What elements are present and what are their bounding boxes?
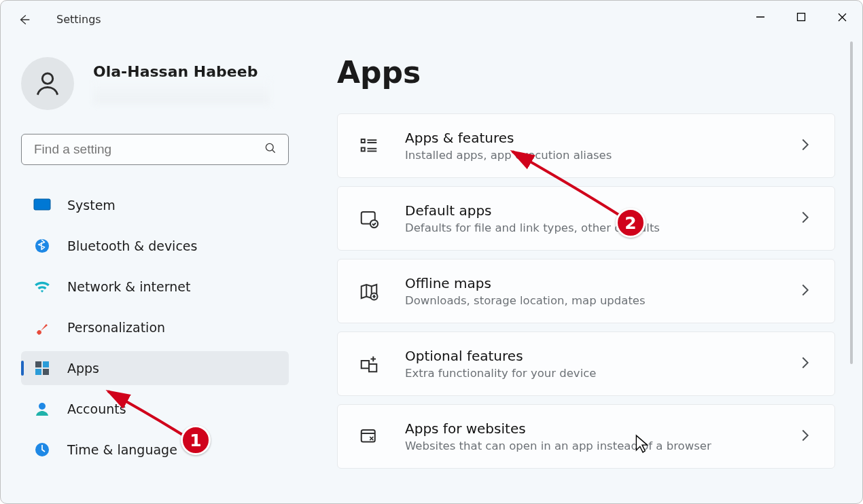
chevron-right-icon (800, 283, 814, 300)
svg-rect-10 (43, 369, 49, 375)
card-title: Apps & features (405, 130, 777, 146)
default-apps-icon (357, 209, 381, 229)
svg-rect-9 (35, 369, 41, 375)
sidebar-item-network[interactable]: Network & internet (21, 270, 289, 304)
svg-rect-1 (798, 14, 805, 21)
main: Apps Apps & features Installed apps, app… (300, 38, 862, 503)
sidebar-item-bluetooth[interactable]: Bluetooth & devices (21, 229, 289, 263)
sidebar-item-personalization[interactable]: Personalization (21, 310, 289, 344)
card-sub: Websites that can open in an app instead… (405, 439, 777, 452)
sidebar-item-label: Bluetooth & devices (67, 238, 197, 253)
apps-icon (33, 359, 51, 377)
svg-point-11 (39, 403, 46, 410)
clock-globe-icon (33, 441, 51, 458)
sidebar-item-apps[interactable]: Apps (21, 351, 289, 385)
card-sub: Downloads, storage location, map updates (405, 294, 777, 307)
apps-websites-icon (357, 427, 381, 447)
username: Ola-Hassan Habeeb (93, 63, 270, 80)
sidebar-item-label: Time & language (67, 442, 177, 457)
sidebar-item-accounts[interactable]: Accounts (21, 392, 289, 426)
maximize-button[interactable] (781, 1, 822, 33)
card-default-apps[interactable]: Default apps Defaults for file and link … (337, 186, 835, 251)
chevron-right-icon (800, 356, 814, 372)
sidebar-nav: System Bluetooth & devices Network & int… (21, 188, 289, 467)
bluetooth-icon (33, 237, 51, 255)
window-title: Settings (56, 13, 101, 26)
sidebar-item-time[interactable]: Time & language (21, 433, 289, 467)
card-offline-maps[interactable]: Offline maps Downloads, storage location… (337, 259, 835, 323)
sidebar-item-label: Apps (67, 361, 99, 376)
sidebar: Ola-Hassan Habeeb System (1, 38, 300, 503)
card-sub: Defaults for file and link types, other … (405, 221, 777, 234)
list-icon (357, 136, 381, 156)
card-sub: Extra functionality for your device (405, 367, 777, 380)
content: Ola-Hassan Habeeb System (1, 38, 862, 503)
svg-point-3 (266, 143, 273, 151)
system-icon (33, 196, 51, 214)
settings-window: Settings O (0, 0, 863, 504)
svg-rect-22 (362, 361, 369, 368)
sidebar-item-system[interactable]: System (21, 188, 289, 222)
back-button[interactable] (13, 12, 36, 27)
sidebar-item-label: Accounts (67, 401, 126, 416)
card-apps-websites[interactable]: Apps for websites Websites that can open… (337, 404, 835, 469)
card-optional-features[interactable]: Optional features Extra functionality fo… (337, 331, 835, 396)
chevron-right-icon (800, 211, 814, 227)
sidebar-item-label: Network & internet (67, 279, 190, 294)
card-title: Default apps (405, 202, 777, 219)
accounts-icon (33, 400, 51, 418)
brush-icon (33, 319, 51, 336)
avatar (21, 57, 74, 110)
sidebar-item-label: Personalization (67, 320, 165, 335)
card-title: Optional features (405, 348, 777, 364)
card-title: Apps for websites (405, 420, 777, 437)
svg-rect-14 (362, 147, 365, 151)
wifi-icon (33, 278, 51, 295)
titlebar: Settings (1, 1, 862, 38)
card-apps-features[interactable]: Apps & features Installed apps, app exec… (337, 113, 835, 178)
close-button[interactable] (822, 1, 862, 33)
search-icon (264, 141, 277, 158)
optional-features-icon (357, 354, 381, 374)
chevron-right-icon (800, 138, 814, 154)
window-controls (740, 1, 862, 33)
chevron-right-icon (800, 429, 814, 445)
search-box[interactable] (21, 134, 289, 165)
minimize-button[interactable] (740, 1, 781, 33)
svg-rect-13 (362, 139, 365, 143)
card-title: Offline maps (405, 275, 777, 291)
search-input[interactable] (33, 141, 264, 158)
svg-rect-8 (43, 361, 49, 367)
card-sub: Installed apps, app execution aliases (405, 149, 777, 162)
svg-rect-4 (34, 199, 50, 210)
svg-point-2 (42, 73, 52, 84)
username-sub (93, 80, 270, 104)
profile[interactable]: Ola-Hassan Habeeb (21, 57, 289, 110)
map-icon (357, 281, 381, 302)
scrollbar[interactable] (850, 41, 853, 364)
svg-rect-7 (35, 361, 41, 367)
svg-rect-23 (369, 364, 376, 372)
sidebar-item-label: System (67, 198, 116, 213)
page-title: Apps (337, 55, 835, 90)
